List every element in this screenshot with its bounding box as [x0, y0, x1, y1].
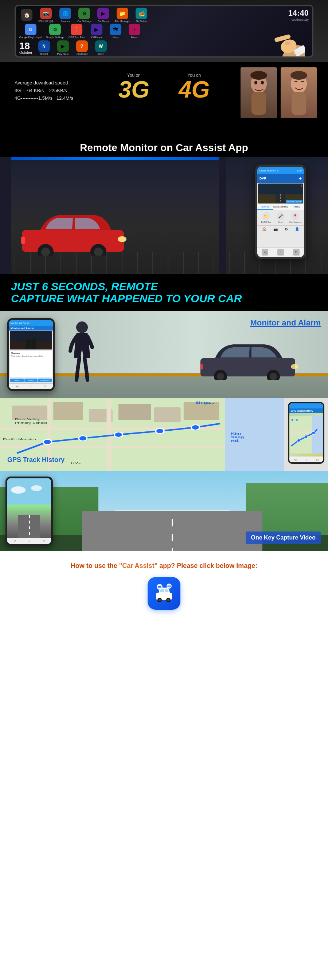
speed-section: Average download speed : 3G----64 KB/s 2…	[0, 62, 328, 135]
svg-text:Rd.: Rd.	[231, 439, 240, 443]
phone-home-icon[interactable]: ○	[277, 249, 284, 256]
dashboard-section: 🏠 📷 360°行车记录 🌐 Browser ⚙ Car Settings ▶ …	[0, 0, 328, 62]
phone-camera-view: Via Video Capture ●	[258, 183, 303, 204]
svg-point-50	[43, 439, 52, 444]
phone-status-bar: China Mobile 4G 9:16	[257, 167, 304, 174]
capture-section: ◁ ○ □ One Key Capture Video	[0, 471, 328, 551]
svg-text:Primary School: Primary School	[15, 421, 47, 425]
dash-icon-carplayer[interactable]: ▶ CarPlayer	[96, 8, 110, 23]
phone-back-icon[interactable]: ◁	[262, 249, 268, 256]
gps-phone-status	[290, 403, 323, 409]
phone-bottom-row: 🏠 📷 ⚙ 👤	[257, 225, 304, 232]
capture-phone-area: ◁ ○ □	[0, 471, 58, 551]
phone-menu-dvr-files[interactable]: 📁 DVR Files	[259, 212, 273, 223]
howto-instructions: How to use the "Car Assist" app? Please …	[71, 562, 258, 570]
svg-point-26	[76, 321, 88, 333]
car-assist-app-icon[interactable]	[147, 577, 181, 610]
capture-video-title: One Key Capture Video	[246, 531, 321, 544]
speed-4g-value: 4G	[179, 78, 210, 101]
svg-rect-13	[291, 92, 306, 115]
gps-map-area: River Valley Primary School Pacific Mans…	[0, 398, 284, 471]
dash-icon-browser[interactable]: 🌐 Browser	[58, 8, 72, 23]
svg-point-14	[290, 71, 307, 80]
dash-icon-waze[interactable]: W Waze	[94, 40, 108, 56]
phone-android-bar: ◁ ○ □	[257, 247, 304, 257]
gps-track-label: GPS Track History	[7, 456, 64, 464]
speed-3g-line: 3G----64 KB/s 225KB/s	[14, 88, 73, 93]
phone-menu-map-address[interactable]: 📍 Map Address	[289, 212, 302, 223]
howto-app-name: "Car Assist"	[119, 562, 157, 570]
svg-rect-21	[21, 237, 25, 244]
svg-point-54	[191, 425, 200, 430]
svg-point-31	[270, 373, 277, 380]
dash-date-area: 18 October	[19, 41, 32, 55]
phone-nav-tabs[interactable]: Normal Quick Setting Tracks	[257, 204, 304, 210]
remote-monitor-title-section: Remote Monitor on Car Assist App	[0, 135, 328, 157]
dash-icon-gps[interactable]: 📍 GPS Test Plus	[69, 24, 85, 39]
svg-text:Kim: Kim	[231, 432, 241, 435]
car-shape-icon	[18, 208, 128, 256]
go-position-button[interactable]: Go Position	[38, 379, 52, 382]
monitor-phone-bottom-nav: ◁ ○ □	[9, 383, 53, 389]
phone-menu-voice[interactable]: 🎤 Voice	[274, 212, 287, 223]
dash-icon-music[interactable]: ♪ Music	[127, 24, 142, 39]
dash-icon-360[interactable]: 📷 360°行车记录	[38, 8, 54, 23]
dash-icon-navitel[interactable]: N Navitel	[37, 40, 51, 56]
phone-menu-grid: 📁 DVR Files 🎤 Voice 📍 Map Address	[257, 210, 304, 225]
svg-point-52	[114, 432, 123, 437]
phone-app-mockup: China Mobile 4G 9:16 DVR +	[255, 165, 306, 259]
gps-phone-panel: GPS Track History	[284, 398, 328, 471]
phone-tab-normal[interactable]: Normal	[257, 204, 273, 210]
monitor-phone-area: Monitor and Alarms Monitor and Alarms Me…	[0, 311, 73, 398]
monitor-alarm-title: Monitor and Alarm	[250, 318, 321, 328]
dash-icon-home[interactable]: 🏠	[19, 9, 34, 21]
howto-suffix: app? Please click below image:	[157, 562, 257, 570]
delete-button[interactable]: Delete	[24, 379, 38, 382]
dash-icon-files[interactable]: 📁 File Manager	[115, 8, 130, 23]
capture-phone-mockup: ◁ ○ □	[5, 477, 53, 546]
svg-rect-43	[118, 404, 151, 420]
six-seconds-section: JUST 6 SECONDS, REMOTE CAPTURE WHAT HAPP…	[0, 274, 328, 311]
dash-icon-pinyin[interactable]: G Google Pinyin Input	[19, 24, 42, 39]
svg-point-20	[118, 236, 126, 242]
svg-point-11	[250, 71, 267, 80]
svg-text:Singa...: Singa...	[195, 401, 214, 404]
six-seconds-line2: CAPTURE WHAT HAPPENED TO YOUR CAR	[11, 292, 317, 304]
phone-tab-quicksetting[interactable]: Quick Setting	[273, 204, 289, 210]
car-background: China Mobile 4G 9:16 DVR +	[0, 157, 328, 274]
svg-point-33	[291, 364, 298, 369]
monitor-phone-camera	[10, 331, 52, 350]
svg-point-78	[167, 599, 170, 601]
gps-phone-map	[290, 413, 323, 457]
svg-point-3	[285, 41, 290, 45]
speed-4g-block: You on 4G	[179, 73, 210, 101]
svg-point-9	[254, 81, 257, 84]
svg-point-86	[170, 585, 171, 587]
reply-button[interactable]: Reply	[10, 379, 24, 382]
dash-icon-userguide[interactable]: ? UserGuide	[75, 40, 89, 56]
svg-rect-71	[7, 483, 51, 504]
dash-icon-fm[interactable]: 📻 FMStation	[134, 8, 149, 23]
svg-text:Pacific Mansion: Pacific Mansion	[3, 438, 36, 441]
phone-dvr-header: DVR +	[257, 174, 304, 183]
speed-photos	[240, 67, 317, 118]
dash-icon-maps[interactable]: 🗺 Maps	[108, 24, 123, 39]
avg-download-label: Average download speed :	[14, 80, 73, 86]
svg-text:River Valley: River Valley	[15, 418, 40, 421]
monitor-section: Monitor and Alarms Monitor and Alarms Me…	[0, 311, 328, 398]
svg-point-73	[31, 485, 42, 491]
dash-icon-car-settings[interactable]: ⚙ Car Settings	[77, 8, 91, 23]
gps-phone-header: GPS Track History	[290, 409, 323, 413]
speed-3g-value: 3G	[118, 78, 149, 101]
dash-icon-gset[interactable]: ⚙ Google Settings	[46, 24, 64, 39]
howto-section: How to use the "Car Assist" app? Please …	[0, 551, 328, 617]
capture-phone-bottom: ◁ ○ □	[7, 538, 51, 544]
phone-tab-tracks[interactable]: Tracks	[288, 204, 304, 210]
phone-recents-icon[interactable]: □	[293, 249, 299, 256]
monitor-car-icon	[197, 340, 299, 380]
svg-point-82	[160, 586, 162, 587]
dash-icon-kmplayer[interactable]: ▶ KMPlayer	[89, 24, 104, 39]
svg-point-72	[11, 486, 26, 494]
dash-icon-playstore[interactable]: ▶ Play Store	[56, 40, 70, 56]
photo-3g-face	[240, 67, 277, 118]
